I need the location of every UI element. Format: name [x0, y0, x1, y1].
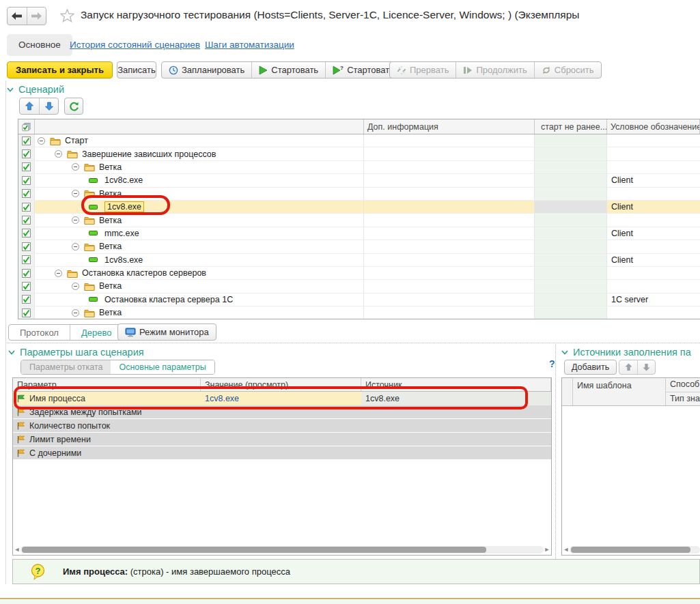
- conditional-cell[interactable]: Client: [607, 201, 700, 213]
- start-not-earlier-cell[interactable]: [535, 293, 607, 306]
- tree-row[interactable]: Ветка: [18, 161, 700, 174]
- tree-name-cell[interactable]: Ветка: [35, 240, 364, 253]
- start-not-earlier-cell[interactable]: [535, 201, 607, 213]
- row-checkbox[interactable]: [18, 134, 35, 147]
- tree-name-cell[interactable]: 1cv8s.exe: [35, 254, 364, 266]
- param-value-cell[interactable]: 1cv8.exe: [201, 392, 361, 405]
- extra-info-cell[interactable]: [364, 147, 535, 160]
- conditional-cell[interactable]: Client: [607, 174, 700, 186]
- template-name-column-header[interactable]: Имя шаблона: [573, 378, 666, 405]
- param-row[interactable]: Лимит времени: [13, 433, 551, 446]
- start-not-earlier-cell[interactable]: [535, 267, 607, 279]
- start-not-earlier-cell[interactable]: [535, 188, 607, 200]
- param-row[interactable]: Задержка между попытками: [13, 405, 551, 419]
- tree-row[interactable]: Завершение зависших процессов: [18, 147, 700, 160]
- tree-row[interactable]: Остановка кластеров серверов: [18, 267, 700, 280]
- scroll-right-icon[interactable]: ►: [544, 545, 550, 554]
- conditional-cell[interactable]: Client: [607, 254, 700, 266]
- collapse-icon[interactable]: [72, 309, 79, 317]
- star-icon[interactable]: [60, 9, 74, 25]
- interrupt-button[interactable]: Прервать: [390, 62, 456, 78]
- collapse-icon[interactable]: [72, 283, 79, 290]
- forward-button[interactable]: [27, 8, 46, 25]
- value-type-column-header[interactable]: Тип знач: [666, 392, 700, 406]
- param-row[interactable]: Имя процесса1cv8.exe1cv8.exe: [13, 392, 551, 405]
- param-name-cell[interactable]: Имя процесса: [13, 392, 201, 405]
- conditional-cell[interactable]: [607, 147, 700, 160]
- row-checkbox[interactable]: [18, 201, 35, 213]
- conditional-cell[interactable]: [607, 134, 700, 147]
- extra-info-cell[interactable]: [364, 240, 535, 253]
- tree-name-cell[interactable]: Ветка: [35, 214, 364, 226]
- tab-automation-steps[interactable]: Шаги автоматизации: [205, 40, 294, 50]
- tree-row[interactable]: Остановка кластера сервера 1С1C server: [18, 293, 700, 306]
- extra-info-cell[interactable]: [364, 188, 535, 200]
- main-params-button[interactable]: Основные параметры: [111, 360, 214, 374]
- move-down-button[interactable]: [39, 98, 58, 114]
- start-not-earlier-cell[interactable]: [535, 161, 607, 173]
- conditional-column-header[interactable]: Условное обозначение ед: [607, 119, 700, 134]
- vertical-splitter[interactable]: [555, 344, 556, 584]
- collapse-icon[interactable]: [55, 270, 62, 277]
- move-up-button[interactable]: [20, 98, 39, 114]
- source-up-button[interactable]: [619, 360, 637, 374]
- tree-row[interactable]: 1cv8c.exeClient: [18, 174, 700, 187]
- row-checkbox[interactable]: [18, 174, 35, 186]
- collapse-icon[interactable]: [72, 216, 79, 224]
- schedule-button[interactable]: Запланировать: [162, 62, 251, 78]
- view-tree-button[interactable]: Дерево: [70, 325, 122, 340]
- tree-name-cell[interactable]: Завершение зависших процессов: [35, 147, 364, 160]
- extra-info-cell[interactable]: [364, 267, 535, 279]
- collapse-icon[interactable]: [38, 137, 45, 145]
- back-button[interactable]: [8, 8, 27, 25]
- horizontal-splitter[interactable]: [5, 343, 700, 343]
- value-column-header[interactable]: Значение (просмотр): [201, 378, 361, 391]
- row-checkbox[interactable]: [18, 254, 35, 266]
- param-row[interactable]: С дочерними: [13, 446, 551, 460]
- tree-name-cell[interactable]: Остановка кластеров серверов: [35, 267, 364, 279]
- conditional-cell[interactable]: [607, 267, 700, 279]
- monitor-mode-button[interactable]: Режим монитора: [117, 323, 216, 341]
- tree-row[interactable]: Ветка: [18, 280, 700, 293]
- tree-name-cell[interactable]: Старт: [35, 134, 364, 147]
- row-checkbox[interactable]: [18, 280, 35, 292]
- reset-button[interactable]: Сбросить: [534, 62, 601, 78]
- start-not-earlier-cell[interactable]: [535, 134, 607, 147]
- conditional-cell[interactable]: [607, 214, 700, 226]
- tree-row[interactable]: Ветка: [18, 188, 700, 201]
- conditional-cell[interactable]: [607, 306, 700, 319]
- collapse-icon[interactable]: [72, 163, 79, 171]
- scenario-section-header[interactable]: Сценарий: [7, 84, 64, 95]
- scroll-left-icon[interactable]: ◄: [14, 545, 20, 554]
- save-and-close-button[interactable]: Записать и закрыть: [7, 61, 113, 78]
- param-column-header[interactable]: Параметр: [13, 378, 201, 391]
- extra-info-cell[interactable]: [364, 254, 535, 266]
- tree-name-cell[interactable]: Ветка: [35, 306, 364, 319]
- source-column-header[interactable]: Источник: [361, 378, 551, 391]
- params-horizontal-scrollbar[interactable]: ◄ ►: [14, 545, 550, 554]
- start-not-earlier-cell[interactable]: [535, 214, 607, 226]
- tree-name-cell[interactable]: Ветка: [35, 188, 364, 200]
- extra-info-cell[interactable]: [364, 280, 535, 292]
- extra-info-cell[interactable]: [364, 293, 535, 306]
- tab-main[interactable]: Основное: [7, 34, 72, 56]
- scrollbar-thumb[interactable]: [22, 547, 486, 553]
- row-checkbox[interactable]: [18, 306, 35, 319]
- row-checkbox[interactable]: [18, 214, 35, 226]
- conditional-cell[interactable]: Client: [607, 227, 700, 240]
- tree-row[interactable]: Ветка: [18, 240, 700, 253]
- source-down-button[interactable]: [637, 360, 655, 374]
- tree-row[interactable]: Ветка: [18, 306, 700, 319]
- extra-info-column-header[interactable]: Доп. информация: [364, 119, 535, 134]
- scrollbar-thumb[interactable]: [571, 547, 690, 553]
- row-checkbox[interactable]: [18, 161, 35, 173]
- row-checkbox[interactable]: [18, 227, 35, 240]
- extra-info-cell[interactable]: [364, 134, 535, 147]
- row-checkbox[interactable]: [18, 147, 35, 160]
- tree-name-cell[interactable]: 1cv8c.exe: [35, 174, 364, 186]
- tree-name-cell[interactable]: Ветка: [35, 280, 364, 292]
- tree-row[interactable]: Старт: [18, 134, 700, 147]
- extra-info-cell[interactable]: [364, 306, 535, 319]
- conditional-cell[interactable]: [607, 188, 700, 200]
- method-column-header[interactable]: Способ з: [666, 378, 700, 392]
